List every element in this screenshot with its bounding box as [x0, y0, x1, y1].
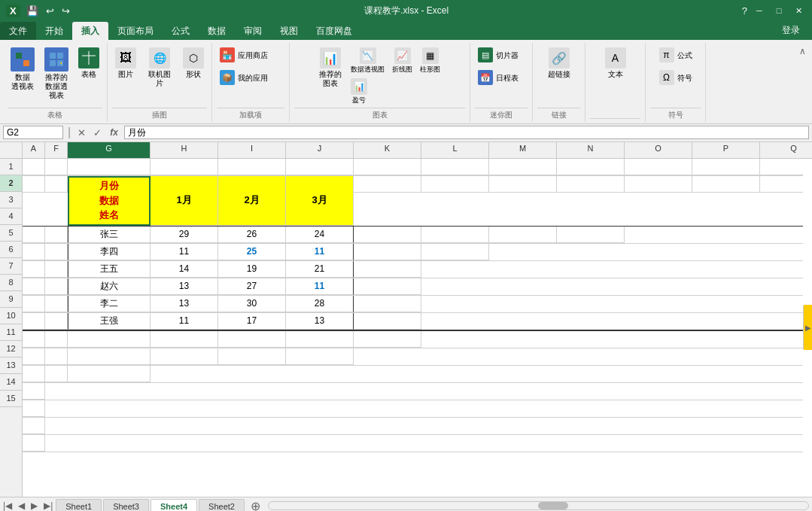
- cell-H10[interactable]: [151, 348, 218, 365]
- cell-A11[interactable]: [23, 366, 45, 382]
- tab-formula[interactable]: 公式: [163, 22, 199, 40]
- row-num-2[interactable]: 2: [0, 175, 22, 192]
- rec-pivot-btn[interactable]: 推荐的数据透视表: [41, 46, 72, 102]
- row-num-5[interactable]: 5: [0, 225, 22, 242]
- slicer-btn[interactable]: ▤ 切片器: [475, 46, 528, 65]
- cell-H8[interactable]: 11: [151, 313, 218, 330]
- save-btn[interactable]: 💾: [25, 4, 40, 18]
- cell-F2[interactable]: [45, 176, 68, 193]
- cell-G8[interactable]: 王强: [68, 313, 151, 330]
- minimize-btn[interactable]: ─: [752, 3, 767, 18]
- store-btn[interactable]: 🏪 应用商店: [217, 46, 284, 65]
- row-num-13[interactable]: 13: [0, 357, 22, 374]
- cell-I1[interactable]: [218, 159, 286, 175]
- cell-J7[interactable]: 28: [286, 296, 354, 312]
- hyperlink-btn[interactable]: 🔗 超链接: [545, 46, 573, 81]
- cell-H2[interactable]: 1月: [151, 176, 218, 226]
- cell-L2[interactable]: [421, 176, 489, 193]
- col-header-I[interactable]: I: [218, 142, 286, 158]
- sheet-nav-last[interactable]: ▶|: [41, 500, 56, 511]
- cell-A9[interactable]: [23, 331, 45, 348]
- cell-K5[interactable]: [354, 261, 421, 278]
- cell-H7[interactable]: 13: [151, 296, 218, 312]
- sheet-nav-next[interactable]: ▶: [28, 500, 41, 511]
- cell-K9[interactable]: [354, 331, 421, 348]
- tab-home[interactable]: 开始: [36, 22, 72, 40]
- cell-N2[interactable]: [557, 176, 625, 193]
- cell-A7[interactable]: [23, 296, 45, 312]
- cell-H1[interactable]: [151, 159, 218, 175]
- row-num-6[interactable]: 6: [0, 242, 22, 258]
- tab-insert[interactable]: 插入: [72, 22, 108, 40]
- fx-btn[interactable]: fx: [107, 127, 121, 138]
- cell-I4[interactable]: 25: [218, 244, 286, 260]
- cell-A12[interactable]: [23, 383, 45, 400]
- online-image-btn[interactable]: 🌐 联机图片: [142, 46, 177, 90]
- cell-F1[interactable]: [45, 159, 68, 175]
- cell-A3[interactable]: [23, 227, 45, 243]
- cell-I7[interactable]: 30: [218, 296, 286, 312]
- col-header-L[interactable]: L: [421, 142, 489, 158]
- cell-F4[interactable]: [45, 244, 68, 260]
- shape-btn[interactable]: ⬡ 形状: [180, 46, 207, 81]
- cell-Q2[interactable]: [760, 176, 803, 193]
- sheet-tab-sheet4[interactable]: Sheet4: [151, 499, 197, 511]
- col-header-O[interactable]: O: [625, 142, 692, 158]
- timeline-btn[interactable]: 📅 日程表: [475, 68, 528, 88]
- table-btn[interactable]: 表格: [75, 46, 102, 81]
- col-header-A[interactable]: A: [23, 142, 45, 158]
- profit-btn[interactable]: 📊 盈亏: [348, 77, 370, 106]
- row-num-8[interactable]: 8: [0, 275, 22, 291]
- cell-J1[interactable]: [286, 159, 354, 175]
- cell-G11[interactable]: [68, 366, 151, 382]
- cell-K6[interactable]: [354, 278, 421, 295]
- cell-J8[interactable]: 13: [286, 313, 354, 330]
- formula-input[interactable]: [124, 126, 809, 139]
- col-header-P[interactable]: P: [692, 142, 760, 158]
- cell-I6[interactable]: 27: [218, 278, 286, 295]
- cell-N3[interactable]: [557, 227, 625, 243]
- cell-G2[interactable]: 月份 数据 姓名: [68, 176, 151, 226]
- col-header-N[interactable]: N: [557, 142, 625, 158]
- cell-H4[interactable]: 11: [151, 244, 218, 260]
- cell-G6[interactable]: 赵六: [68, 278, 151, 295]
- right-collapse-tab[interactable]: ▶: [803, 305, 812, 350]
- sheet-tab-sheet3[interactable]: Sheet3: [103, 499, 149, 511]
- login-btn[interactable]: 登录: [776, 21, 806, 40]
- col-header-H[interactable]: H: [151, 142, 218, 158]
- rec-chart-btn[interactable]: 📊 推荐的图表: [316, 46, 345, 90]
- col-header-Q[interactable]: Q: [760, 142, 812, 158]
- cell-J10[interactable]: [286, 348, 354, 365]
- cell-G4[interactable]: 李四: [68, 244, 151, 260]
- restore-btn[interactable]: □: [771, 3, 786, 18]
- row-num-14[interactable]: 14: [0, 374, 22, 391]
- tab-data[interactable]: 数据: [199, 22, 235, 40]
- cell-F6[interactable]: [45, 278, 68, 295]
- col-header-M[interactable]: M: [489, 142, 557, 158]
- cell-M2[interactable]: [489, 176, 557, 193]
- row-num-11[interactable]: 11: [0, 324, 22, 341]
- col-header-K[interactable]: K: [354, 142, 421, 158]
- cell-J3[interactable]: 24: [286, 227, 354, 243]
- confirm-formula-btn[interactable]: ✓: [91, 127, 104, 138]
- cell-I2[interactable]: 2月: [218, 176, 286, 226]
- cell-I5[interactable]: 19: [218, 261, 286, 278]
- cell-J4[interactable]: 11: [286, 244, 354, 260]
- undo-btn[interactable]: ↩: [44, 4, 56, 18]
- formula-sym-btn[interactable]: π 公式: [656, 46, 695, 65]
- image-btn[interactable]: 🖼 图片: [112, 46, 139, 81]
- cell-F8[interactable]: [45, 313, 68, 330]
- tab-layout[interactable]: 页面布局: [108, 22, 163, 40]
- cell-I3[interactable]: 26: [218, 227, 286, 243]
- cell-J6[interactable]: 11: [286, 278, 354, 295]
- cell-L4[interactable]: [421, 244, 489, 260]
- cell-L3[interactable]: [421, 227, 489, 243]
- row-num-1[interactable]: 1: [0, 159, 22, 175]
- cancel-formula-btn[interactable]: ✕: [75, 127, 88, 138]
- line-chart-btn[interactable]: 📈 折线图: [389, 46, 415, 75]
- cell-A4[interactable]: [23, 244, 45, 260]
- cell-F11[interactable]: [45, 366, 68, 382]
- sheet-tab-sheet1[interactable]: Sheet1: [56, 499, 102, 511]
- ribbon-collapse-btn[interactable]: ∧: [796, 43, 809, 59]
- cell-M3[interactable]: [489, 227, 557, 243]
